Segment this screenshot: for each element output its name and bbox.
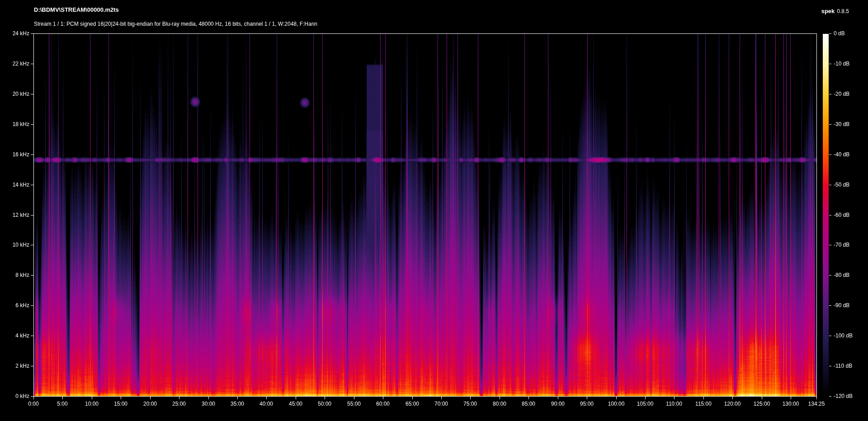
time-tick-label: 75:00 (454, 400, 486, 407)
time-tick-label: 5:00 (47, 400, 78, 407)
time-tick-label: 40:00 (250, 400, 282, 407)
freq-tick-label: 20 kHz (0, 90, 29, 98)
time-tick-label: 125:00 (746, 400, 778, 407)
time-tick-label: 134:25 (801, 400, 832, 407)
time-tick-label: 70:00 (425, 400, 457, 407)
time-tick-label: 105:00 (629, 400, 661, 407)
time-tick-label: 15:00 (105, 400, 137, 407)
spectrogram-canvas (0, 0, 868, 421)
file-path-title: D:\BDMV\STREAM\00000.m2ts (34, 6, 119, 13)
time-tick-label: 45:00 (280, 400, 311, 407)
time-tick-label: 50:00 (309, 400, 340, 407)
freq-tick-label: 0 kHz (0, 393, 29, 400)
app-version-number: 0.8.5 (837, 8, 849, 14)
time-tick-label: 55:00 (338, 400, 370, 407)
db-tick-label: -70 dB (834, 241, 849, 248)
stream-info-label: Stream 1 / 1: PCM signed 16|20|24-bit bi… (34, 21, 317, 27)
freq-tick-label: 16 kHz (0, 151, 29, 158)
db-tick-label: -110 dB (834, 362, 852, 370)
db-tick-label: 0 dB (834, 30, 845, 37)
freq-tick-label: 12 kHz (0, 211, 29, 219)
app-version-label: spek0.8.5 (821, 7, 849, 15)
time-tick-label: 80:00 (484, 400, 515, 407)
freq-tick-label: 24 kHz (0, 30, 29, 37)
db-tick-label: -10 dB (834, 60, 849, 67)
time-tick-label: 120:00 (717, 400, 748, 407)
time-tick-label: 110:00 (658, 400, 690, 407)
db-tick-label: -90 dB (834, 302, 849, 309)
time-tick-label: 100:00 (600, 400, 632, 407)
time-tick-label: 10:00 (76, 400, 108, 407)
db-tick-label: -120 dB (834, 393, 853, 400)
spek-window: D:\BDMV\STREAM\00000.m2ts spek0.8.5 Stre… (0, 0, 868, 421)
freq-tick-label: 2 kHz (0, 362, 29, 370)
time-tick-label: 25:00 (163, 400, 195, 407)
time-tick-label: 35:00 (222, 400, 253, 407)
db-tick-label: -30 dB (834, 121, 849, 128)
db-tick-label: -80 dB (834, 271, 849, 279)
freq-tick-label: 4 kHz (0, 332, 29, 339)
time-tick-label: 30:00 (193, 400, 224, 407)
app-name: spek (821, 8, 835, 14)
time-tick-label: 0:00 (18, 400, 49, 407)
db-tick-label: -60 dB (834, 211, 849, 219)
db-tick-label: -20 dB (834, 90, 849, 98)
freq-tick-label: 14 kHz (0, 181, 29, 188)
time-tick-label: 95:00 (571, 400, 603, 407)
freq-tick-label: 8 kHz (0, 271, 29, 279)
time-tick-label: 90:00 (542, 400, 574, 407)
time-tick-label: 115:00 (688, 400, 719, 407)
freq-tick-label: 6 kHz (0, 302, 29, 309)
db-tick-label: -40 dB (834, 151, 849, 158)
db-tick-label: -100 dB (834, 332, 853, 339)
time-tick-label: 65:00 (396, 400, 428, 407)
freq-tick-label: 10 kHz (0, 241, 29, 248)
time-tick-label: 60:00 (367, 400, 399, 407)
db-tick-label: -50 dB (834, 181, 849, 188)
freq-tick-label: 18 kHz (0, 121, 29, 128)
freq-tick-label: 22 kHz (0, 60, 29, 67)
time-tick-label: 20:00 (134, 400, 166, 407)
time-tick-label: 85:00 (513, 400, 544, 407)
